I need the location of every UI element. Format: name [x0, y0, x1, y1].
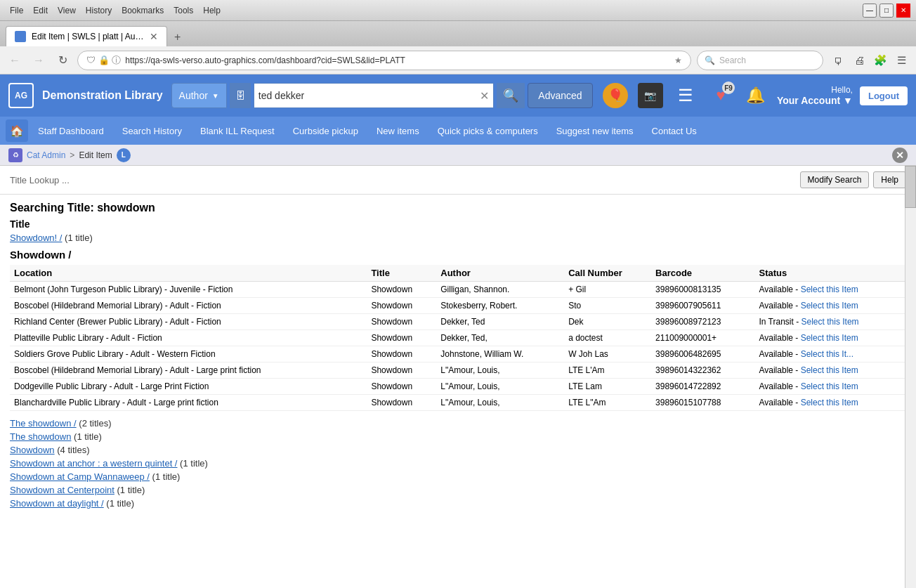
- menu-bookmarks[interactable]: Bookmarks: [117, 4, 168, 17]
- showdown-bang-count: (1 title): [65, 233, 93, 243]
- other-result-link-0[interactable]: The showdown /: [10, 418, 77, 429]
- menu-help[interactable]: Help: [199, 4, 225, 17]
- select-item-link-4[interactable]: Select this It...: [801, 349, 853, 359]
- breadcrumb-close-button[interactable]: ✕: [892, 148, 908, 163]
- nav-new-items[interactable]: New items: [368, 122, 428, 141]
- other-result-link-5[interactable]: Showdown at Centerpoint: [10, 485, 115, 495]
- cell-author-4: Johnstone, William W.: [436, 346, 564, 362]
- select-item-link-5[interactable]: Select this Item: [801, 365, 858, 375]
- other-result-link-4[interactable]: Showdown at Camp Wannaweep /: [10, 471, 150, 482]
- showdown-slash-header: Showdown /: [10, 249, 906, 261]
- cell-barcode-3: 211009000001+: [651, 330, 754, 346]
- cell-callnum-7: LTE L"Am: [564, 395, 651, 411]
- modify-search-button[interactable]: Modify Search: [800, 171, 870, 188]
- cell-callnum-4: W Joh Las: [564, 346, 651, 362]
- cell-title-4: Showdown: [367, 346, 436, 362]
- title-section-header: Title: [10, 218, 906, 230]
- breadcrumb-bar: ♻ Cat Admin > Edit Item L ✕: [0, 145, 916, 166]
- cell-barcode-2: 39896008972123: [651, 314, 754, 330]
- home-button[interactable]: 🏠: [6, 119, 28, 142]
- camera-icon: 📷: [638, 83, 663, 108]
- menu-file[interactable]: File: [6, 4, 27, 17]
- browser-search-bar[interactable]: 🔍 Search: [697, 51, 823, 70]
- nav-curbside-pickup[interactable]: Curbside pickup: [284, 122, 367, 141]
- cell-barcode-5: 39896014322362: [651, 362, 754, 379]
- cell-status-2: In Transit - Select this Item: [754, 314, 906, 330]
- nav-contact-us[interactable]: Contact Us: [643, 122, 705, 141]
- menu-history[interactable]: History: [81, 4, 116, 17]
- search-go-button[interactable]: 🔍: [497, 83, 525, 108]
- window-minimize[interactable]: —: [863, 4, 877, 18]
- breadcrumb-edit-item: Edit Item: [79, 150, 112, 160]
- window-maximize[interactable]: □: [879, 4, 894, 18]
- table-row: Soldiers Grove Public Library - Adult - …: [10, 346, 906, 362]
- select-item-link-6[interactable]: Select this Item: [801, 381, 858, 391]
- select-item-link-7[interactable]: Select this Item: [801, 398, 858, 407]
- breadcrumb-cat-admin[interactable]: Cat Admin: [27, 150, 65, 160]
- balloon-icon-button[interactable]: 🎈: [601, 81, 629, 110]
- logout-button[interactable]: Logout: [860, 86, 908, 105]
- print-button[interactable]: 🖨: [850, 51, 868, 70]
- search-clear-button[interactable]: ✕: [480, 89, 489, 103]
- other-result-link-2[interactable]: Showdown: [10, 445, 55, 455]
- cell-location-1: Boscobel (Hildebrand Memorial Library) -…: [10, 298, 367, 314]
- nav-suggest-new-items[interactable]: Suggest new items: [548, 122, 642, 141]
- your-account-dropdown[interactable]: Your Account ▼: [777, 95, 853, 106]
- nav-search-history[interactable]: Search History: [114, 122, 190, 141]
- pocket-button[interactable]: 🜿: [829, 51, 847, 70]
- search-icon: 🔍: [705, 55, 715, 65]
- search-type-select[interactable]: Author ▼: [171, 83, 227, 108]
- database-icon: 🗄: [235, 90, 245, 101]
- forward-button[interactable]: →: [30, 51, 48, 70]
- col-title: Title: [367, 265, 436, 282]
- menu-edit[interactable]: Edit: [29, 4, 52, 17]
- menu-view[interactable]: View: [53, 4, 80, 17]
- title-lookup-label: Title Lookup ...: [10, 175, 70, 185]
- other-result-item: Showdown at Camp Wannaweep / (1 title): [10, 471, 906, 482]
- other-result-link-3[interactable]: Showdown at anchor : a western quintet /: [10, 458, 177, 469]
- search-db-icon[interactable]: 🗄: [230, 83, 251, 108]
- f9-badge: F9: [722, 81, 735, 94]
- nav-staff-dashboard[interactable]: Staff Dashboard: [30, 122, 112, 141]
- bookmark-star[interactable]: ★: [674, 55, 682, 65]
- back-button[interactable]: ←: [6, 51, 24, 70]
- table-row: Blanchardville Public Library - Adult - …: [10, 395, 906, 411]
- select-item-link-0[interactable]: Select this Item: [801, 285, 858, 294]
- other-result-link-1[interactable]: The showdown: [10, 431, 71, 442]
- showdown-bang-link[interactable]: Showdown! /: [10, 233, 62, 243]
- nav-blank-ill-request[interactable]: Blank ILL Request: [192, 122, 283, 141]
- cell-location-2: Richland Center (Brewer Public Library) …: [10, 314, 367, 330]
- cell-callnum-6: LTE Lam: [564, 379, 651, 395]
- url-bar[interactable]: 🛡 🔒 ⓘ https://qa-swls-verso.auto-graphic…: [77, 51, 691, 70]
- tab-close-button[interactable]: ✕: [150, 31, 158, 42]
- other-result-link-6[interactable]: Showdown at daylight /: [10, 498, 104, 509]
- advanced-search-button[interactable]: Advanced: [528, 83, 592, 108]
- bell-icon-button[interactable]: 🔔: [742, 81, 770, 110]
- cell-title-3: Showdown: [367, 330, 436, 346]
- help-button[interactable]: Help: [873, 171, 906, 188]
- reload-button[interactable]: ↻: [53, 51, 72, 70]
- window-close[interactable]: ✕: [896, 4, 910, 18]
- search-input[interactable]: [259, 90, 480, 101]
- select-item-link-2[interactable]: Select this Item: [802, 317, 859, 327]
- scrollbar-track[interactable]: [905, 166, 916, 588]
- cell-title-5: Showdown: [367, 362, 436, 379]
- menu-tools[interactable]: Tools: [169, 4, 197, 17]
- browser-menu[interactable]: File Edit View History Bookmarks Tools H…: [6, 4, 225, 17]
- browser-tab-active[interactable]: Edit Item | SWLS | platt | Auto-G... ✕: [6, 26, 167, 46]
- extension-button[interactable]: 🧩: [871, 51, 889, 70]
- other-result-item: The showdown / (2 titles): [10, 418, 906, 429]
- browser-tabbar: Edit Item | SWLS | platt | Auto-G... ✕ +: [0, 21, 916, 46]
- nav-quick-picks[interactable]: Quick picks & computers: [429, 122, 547, 141]
- col-status: Status: [754, 265, 906, 282]
- content-body: Searching Title: showdown Title Showdown…: [0, 195, 916, 588]
- list-icon-button[interactable]: ☰: [672, 81, 700, 110]
- menu-button[interactable]: ☰: [892, 51, 910, 70]
- camera-icon-button[interactable]: 📷: [636, 81, 665, 110]
- favorites-icon-button[interactable]: ♥ F9: [707, 81, 735, 110]
- chevron-down-icon: ▼: [212, 92, 219, 100]
- select-item-link-3[interactable]: Select this Item: [801, 333, 858, 343]
- select-item-link-1[interactable]: Select this Item: [801, 301, 858, 311]
- new-tab-button[interactable]: +: [167, 28, 188, 46]
- scrollbar-thumb[interactable]: [905, 166, 916, 208]
